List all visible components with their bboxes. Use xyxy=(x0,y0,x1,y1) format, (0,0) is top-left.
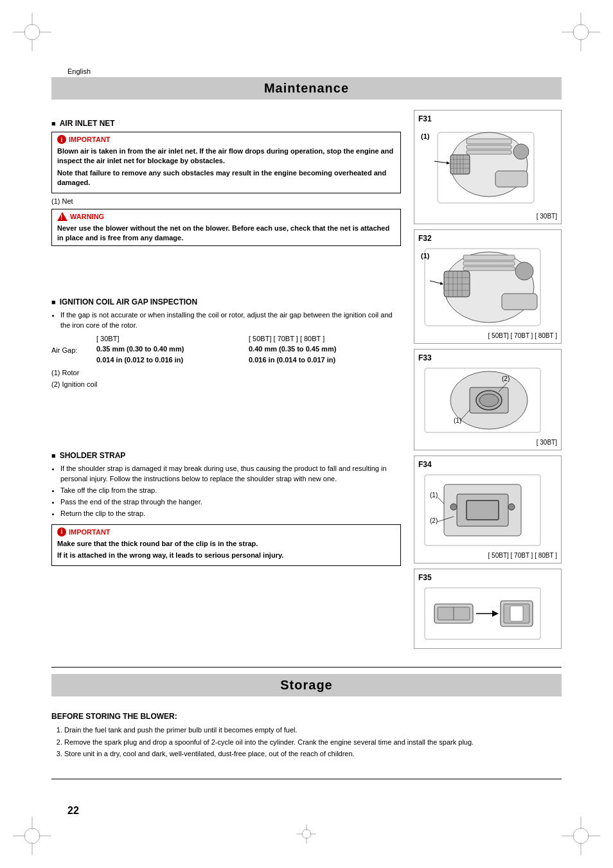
strap-important-box: i IMPORTANT Make sure that the thick rou… xyxy=(51,524,401,566)
left-column: AIR INLET NET i IMPORTANT Blown air is t… xyxy=(51,110,414,654)
strap-important-label: i IMPORTANT xyxy=(57,527,395,536)
f35-label: F35 xyxy=(418,573,557,582)
air-gap-col-1: [ 30BT] 0.35 mm (0.30 to 0.40 mm) 0.014 … xyxy=(96,335,249,365)
air-inlet-important-box: i IMPORTANT Blown air is taken in from t… xyxy=(51,132,401,193)
warning-icon-1 xyxy=(57,212,67,221)
right-column: F31 (1) xyxy=(414,110,562,654)
corner-mark-br xyxy=(562,817,600,855)
svg-rect-40 xyxy=(463,261,515,265)
air-gap-col-2: [ 50BT] [ 70BT ] [ 80BT ] 0.40 mm (0.35 … xyxy=(249,335,401,365)
svg-text:(2): (2) xyxy=(430,517,438,524)
air-gap-col2-val1: 0.40 mm (0.35 to 0.45 mm) xyxy=(249,344,401,355)
maintenance-title: Maintenance xyxy=(51,77,562,100)
corner-mark-tl xyxy=(13,13,51,51)
svg-marker-78 xyxy=(492,610,499,617)
figure-f35: F35 xyxy=(414,569,562,649)
storage-step-3: Store unit in a dry, cool and dark, well… xyxy=(64,748,562,759)
f32-caption: [ 50BT] [ 70BT ] [ 80BT ] xyxy=(418,332,557,339)
air-gap-label: Air Gap: xyxy=(51,346,77,354)
warning-text-1: Never use the blower without the net on … xyxy=(57,224,395,244)
svg-point-5 xyxy=(573,24,589,40)
strap-important-icon: i xyxy=(57,527,66,536)
svg-point-67 xyxy=(450,504,457,510)
shoulder-strap-heading: SHOLDER STRAP xyxy=(51,451,401,460)
figure-f31: F31 (1) xyxy=(414,110,562,224)
svg-text:(2): (2) xyxy=(502,375,510,382)
air-gap-table: Air Gap: [ 30BT] 0.35 mm (0.30 to 0.40 m… xyxy=(51,335,401,365)
figure-f32: F32 (1) xyxy=(414,229,562,344)
important-text-1a: Blown air is taken in from the air inlet… xyxy=(57,146,395,166)
ignition-coil-heading: IGNITION COIL AIR GAP INSPECTION xyxy=(51,297,401,306)
svg-rect-50 xyxy=(502,294,537,310)
svg-point-68 xyxy=(508,504,515,510)
f35-sketch xyxy=(418,585,547,642)
f31-caption: [ 30BT] xyxy=(418,213,557,220)
strap-important-text-2: If it is attached in the wrong way, it l… xyxy=(57,551,395,560)
svg-rect-23 xyxy=(466,145,511,149)
figure-f34: F34 (1) (2) [ 50BT] [ 70BT ] [ 80BT ] xyxy=(414,456,562,563)
strap-bullet-3: Pass the end of the strap through the ha… xyxy=(60,497,401,508)
f31-sketch xyxy=(418,126,547,209)
f33-sketch: (1) (2) xyxy=(418,365,547,436)
storage-step-1: Drain the fuel tank and push the primer … xyxy=(64,725,562,736)
svg-rect-24 xyxy=(466,150,511,154)
svg-rect-33 xyxy=(495,171,528,187)
svg-point-34 xyxy=(513,144,529,159)
shoulder-strap-bullet-list: If the shoulder strap is damaged it may … xyxy=(60,464,401,519)
air-gap-col2-val2: 0.016 in (0.014 to 0.017 in) xyxy=(249,355,401,366)
air-inlet-net-section: AIR INLET NET i IMPORTANT Blown air is t… xyxy=(51,119,401,246)
svg-line-70 xyxy=(438,497,444,504)
ignition-coil-bullet-list: If the gap is not accurate or when insta… xyxy=(60,310,401,331)
f34-label: F34 xyxy=(418,460,557,469)
main-divider xyxy=(51,667,562,668)
svg-rect-66 xyxy=(466,500,499,520)
shoulder-strap-section: SHOLDER STRAP If the shoulder strap is d… xyxy=(51,451,401,565)
warning-box-1: WARNING Never use the blower without the… xyxy=(51,209,401,247)
ignition-coil-label: (2) Ignition coil xyxy=(51,380,401,388)
corner-mark-tr xyxy=(562,13,600,51)
air-gap-col1-val1: 0.35 mm (0.30 to 0.40 mm) xyxy=(96,344,249,355)
svg-point-15 xyxy=(573,828,589,844)
strap-important-text-1: Make sure that the thick round bar of th… xyxy=(57,539,395,549)
svg-point-58 xyxy=(479,394,499,407)
f31-label: F31 xyxy=(418,114,557,123)
f33-caption: [ 30BT] xyxy=(418,439,557,446)
svg-rect-81 xyxy=(510,606,523,621)
svg-rect-39 xyxy=(463,255,515,260)
svg-text:(1): (1) xyxy=(430,492,438,499)
strap-bullet-2: Take off the clip from the strap. xyxy=(60,486,401,496)
air-inlet-net-heading: AIR INLET NET xyxy=(51,119,401,128)
strap-bullet-4: Return the clip to the strap. xyxy=(60,509,401,519)
f33-label: F33 xyxy=(418,353,557,362)
bottom-center-mark xyxy=(297,824,316,846)
page-number: 22 xyxy=(67,805,79,817)
air-gap-col1-header: [ 30BT] xyxy=(96,335,249,342)
figure-f33: F33 (1) (2) [ 30BT] xyxy=(414,349,562,450)
storage-step-2: Remove the spark plug and drop a spoonfu… xyxy=(64,737,562,748)
strap-bullet-1: If the shoulder strap is damaged it may … xyxy=(60,464,401,484)
rotor-label: (1) Rotor xyxy=(51,369,401,376)
svg-line-35 xyxy=(434,161,449,163)
storage-content: BEFORE STORING THE BLOWER: Drain the fue… xyxy=(51,703,562,759)
svg-point-51 xyxy=(515,262,533,280)
air-gap-col1-val2: 0.014 in (0.012 to 0.016 in) xyxy=(96,355,249,366)
important-text-1b: Note that failure to remove any such obs… xyxy=(57,168,395,188)
bottom-divider xyxy=(51,779,562,779)
svg-rect-41 xyxy=(463,267,515,270)
svg-rect-22 xyxy=(466,139,511,144)
f32-label: F32 xyxy=(418,234,557,243)
language-label: English xyxy=(67,67,91,75)
f34-caption: [ 50BT] [ 70BT ] [ 80BT ] xyxy=(418,552,557,559)
storage-steps: Drain the fuel tank and push the primer … xyxy=(64,725,562,759)
before-storing-label: BEFORE STORING THE BLOWER: xyxy=(51,712,562,721)
storage-title: Storage xyxy=(51,674,562,696)
svg-point-0 xyxy=(24,24,40,40)
f32-part-label: (1) xyxy=(421,252,429,260)
important-icon-1: i xyxy=(57,135,66,144)
air-gap-col2-header: [ 50BT] [ 70BT ] [ 80BT ] xyxy=(249,335,401,342)
svg-point-10 xyxy=(24,828,40,844)
f32-sketch xyxy=(418,245,547,329)
f31-part-label: (1) xyxy=(421,132,429,140)
f34-sketch: (1) (2) xyxy=(418,472,547,549)
ignition-bullet-1: If the gap is not accurate or when insta… xyxy=(60,310,401,331)
